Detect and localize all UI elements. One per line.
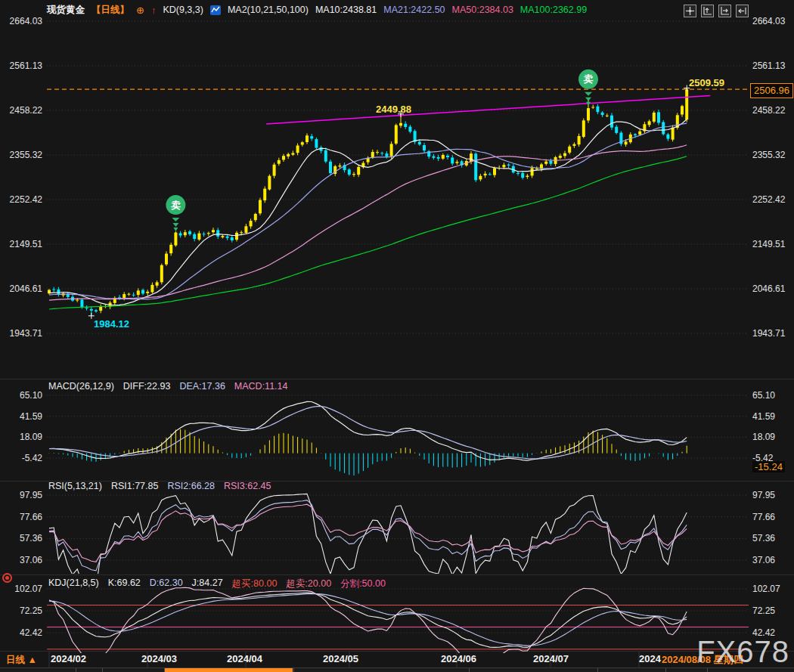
macd-axis-tick: 18.09 [0,432,42,442]
move-crosshair-icon[interactable] [684,5,696,17]
macd-title[interactable]: MACD(26,12,9) [48,381,114,392]
macd-axis-tick: 65.10 [752,390,793,401]
macd-macd-value: MACD:11.14 [234,381,288,392]
trading-app-window: 卖卖 现货黄金 【日线】 ⊕ ↑ KD(9,3,3) MA2(10,21,50,… [0,0,794,672]
ma21-value: MA21:2422.50 [383,5,445,15]
chart-header: 现货黄金 【日线】 ⊕ ↑ KD(9,3,3) MA2(10,21,50,100… [47,3,587,17]
main-axis-tick: 2458.22 [0,105,42,116]
collapse-right-icon[interactable] [736,5,749,17]
trend-up-icon: ↑ [151,5,157,16]
main-axis-tick: 2149.51 [0,239,42,249]
rsi2-value: RSI2:66.28 [167,481,215,491]
main-axis-tick: 2561.13 [752,60,793,71]
kdj-oversold-value: 超卖:20.00 [286,578,331,590]
main-axis-tick: 2046.61 [752,283,793,294]
alert-icon[interactable] [2,573,12,583]
xaxis-date-label: 2024/07 [533,653,569,664]
sell-marker-label: 卖 [171,200,181,211]
xaxis-date-label: 2024 [639,653,661,664]
add-indicator-icon[interactable]: ⊕ [136,5,144,16]
main-axis-tick: 2046.61 [0,283,42,294]
ma-group-label[interactable]: MA2(10,21,50,100) [228,5,309,15]
period-selector-button[interactable]: 日线 ▲ [6,654,37,667]
kdj-overbought-value: 超买:80.00 [232,578,278,590]
rsi1-value: RSI1:77.85 [111,481,159,491]
kdj-axis-tick: 72.25 [0,605,42,616]
kdj-title[interactable]: KDJ(21,8,5) [48,578,99,590]
kdj-d-value: D:62.30 [150,578,183,590]
xaxis-date-label: 2024/03 [141,653,177,664]
macd-axis-tick: 18.09 [752,432,793,442]
main-axis-tick: 2252.42 [752,194,793,205]
rsi-axis-tick: 57.36 [752,533,793,543]
kdj-axis-tick: 42.42 [0,627,42,638]
ma50-value: MA50:2384.03 [452,5,513,15]
main-axis-tick: 2355.32 [752,150,793,160]
kd-settings-label[interactable]: KD(9,3,3) [163,5,203,15]
ma-indicator-icon[interactable] [210,5,221,15]
rsi-title[interactable]: RSI(5,13,21) [48,481,102,491]
main-axis-tick: 2252.42 [0,194,42,205]
rsi3-value: RSI3:62.45 [224,481,271,491]
main-axis-tick: 1943.71 [752,328,793,339]
xaxis-date-label: 2024/04 [227,653,262,664]
chart-toolbar [684,5,749,17]
kdj-axis-tick: 72.25 [752,605,793,616]
kdj-mid-value: 分割:50.00 [340,578,386,590]
scale-y-axis-icon[interactable] [701,5,714,17]
xaxis-date-label: 2024/06 [441,653,476,664]
rsi-axis-tick: 37.06 [0,555,42,565]
last-high-price-label: 2509.59 [689,77,724,88]
xaxis-date-label: 2024/02 [51,653,86,664]
macd-axis-tick: -5.42 [752,453,793,463]
current-price-badge: 2506.96 [750,83,793,98]
sell-marker-label: 卖 [584,73,594,85]
swing-high-price-label: 2449.88 [376,104,411,115]
kdj-axis-tick: 102.07 [752,584,793,594]
symbol-name: 现货黄金 [47,4,85,17]
macd-diff-value: DIFF:22.93 [123,381,171,392]
main-axis-tick: 2561.13 [0,60,42,71]
rsi-axis-tick: 77.66 [0,512,42,522]
macd-axis-tick: 65.10 [0,390,42,401]
bottom-tab-strip[interactable] [0,667,794,672]
xaxis-date-label: 2024/05 [323,653,358,664]
main-axis-tick: 2355.32 [0,150,42,160]
watermark-fx678: FX678 [696,635,789,669]
scale-x-axis-icon[interactable] [718,5,731,17]
main-axis-tick: 1943.71 [0,328,42,339]
kdj-j-value: J:84.27 [192,578,223,590]
macd-header: MACD(26,12,9) DIFF:22.93 DEA:17.36 MACD:… [48,381,287,392]
bottom-active-tab[interactable] [165,668,293,672]
main-axis-tick: 2149.51 [752,239,793,249]
rsi-axis-tick: 37.06 [752,555,793,565]
swing-low-price-label: 1984.12 [94,318,129,330]
macd-axis-tick: 41.59 [0,411,42,422]
rsi-axis-tick: 97.95 [752,490,793,500]
kdj-axis-tick: 102.07 [0,584,42,594]
chart-canvas[interactable]: 卖卖 [0,0,794,672]
kdj-k-value: K:69.62 [108,578,141,590]
rsi-axis-tick: 57.36 [0,533,42,543]
macd-axis-tick: -5.42 [0,453,42,463]
main-axis-tick: 2458.22 [752,105,793,116]
macd-axis-tick: 41.59 [752,411,793,422]
ma10-value: MA10:2438.81 [315,5,377,15]
main-axis-tick: 2664.03 [0,16,42,26]
rsi-header: RSI(5,13,21) RSI1:77.85 RSI2:66.28 RSI3:… [48,481,271,491]
rsi-axis-tick: 77.66 [752,512,793,522]
rsi-axis-tick: 97.95 [0,490,42,500]
period-tag[interactable]: 【日线】 [91,4,129,17]
main-axis-tick: 2664.03 [752,16,793,26]
macd-dea-value: DEA:17.36 [179,381,225,392]
ma100-value: MA100:2362.99 [520,5,587,15]
kdj-header: KDJ(21,8,5) K:69.62 D:62.30 J:84.27 超买:8… [48,578,386,590]
